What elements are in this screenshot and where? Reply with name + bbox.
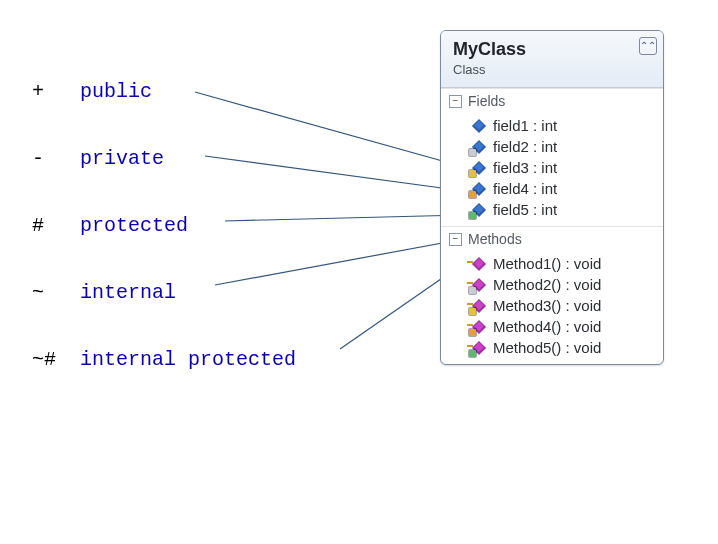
method-icon xyxy=(471,277,487,293)
legend-row-public: + public xyxy=(32,80,296,103)
legend-symbol: # xyxy=(32,214,80,237)
field-icon xyxy=(471,139,487,155)
legend-symbol: ~# xyxy=(32,348,80,371)
legend-label: public xyxy=(80,80,152,103)
legend-symbol: + xyxy=(32,80,80,103)
fields-list: field1 : int field2 : int field3 : int f… xyxy=(441,113,663,226)
method-icon xyxy=(471,319,487,335)
method-name: Method1() : void xyxy=(493,255,601,272)
method-name: Method5() : void xyxy=(493,339,601,356)
method-name: Method3() : void xyxy=(493,297,601,314)
collapse-icon[interactable]: − xyxy=(449,233,462,246)
access-legend: + public - private # protected ~ interna… xyxy=(32,80,296,415)
field-name: field1 : int xyxy=(493,117,557,134)
section-label: Methods xyxy=(468,231,522,247)
legend-row-internal: ~ internal xyxy=(32,281,296,304)
class-header[interactable]: MyClass Class ⌃⌃ xyxy=(441,31,663,88)
method-name: Method2() : void xyxy=(493,276,601,293)
field-row[interactable]: field3 : int xyxy=(441,157,663,178)
field-icon xyxy=(471,118,487,134)
method-icon xyxy=(471,340,487,356)
legend-row-private: - private xyxy=(32,147,296,170)
legend-label: internal protected xyxy=(80,348,296,371)
field-row[interactable]: field1 : int xyxy=(441,115,663,136)
legend-row-protected: # protected xyxy=(32,214,296,237)
section-label: Fields xyxy=(468,93,505,109)
field-icon xyxy=(471,160,487,176)
legend-symbol: ~ xyxy=(32,281,80,304)
legend-label: protected xyxy=(80,214,188,237)
field-icon xyxy=(471,181,487,197)
method-name: Method4() : void xyxy=(493,318,601,335)
legend-row-internal-protected: ~# internal protected xyxy=(32,348,296,371)
legend-label: private xyxy=(80,147,164,170)
method-row[interactable]: Method4() : void xyxy=(441,316,663,337)
method-row[interactable]: Method3() : void xyxy=(441,295,663,316)
class-title: MyClass xyxy=(453,39,653,60)
method-icon xyxy=(471,298,487,314)
field-row[interactable]: field2 : int xyxy=(441,136,663,157)
legend-symbol: - xyxy=(32,147,80,170)
section-methods-header[interactable]: − Methods xyxy=(441,226,663,251)
class-designer-box[interactable]: MyClass Class ⌃⌃ − Fields field1 : int f… xyxy=(440,30,664,365)
method-row[interactable]: Method2() : void xyxy=(441,274,663,295)
legend-label: internal xyxy=(80,281,176,304)
field-row[interactable]: field4 : int xyxy=(441,178,663,199)
field-name: field2 : int xyxy=(493,138,557,155)
collapse-icon[interactable]: − xyxy=(449,95,462,108)
method-icon xyxy=(471,256,487,272)
method-row[interactable]: Method5() : void xyxy=(441,337,663,358)
class-stereotype: Class xyxy=(453,62,653,77)
methods-list: Method1() : void Method2() : void Method… xyxy=(441,251,663,364)
field-icon xyxy=(471,202,487,218)
field-row[interactable]: field5 : int xyxy=(441,199,663,220)
chevron-up-icon[interactable]: ⌃⌃ xyxy=(639,37,657,55)
field-name: field4 : int xyxy=(493,180,557,197)
method-row[interactable]: Method1() : void xyxy=(441,253,663,274)
field-name: field5 : int xyxy=(493,201,557,218)
section-fields-header[interactable]: − Fields xyxy=(441,88,663,113)
field-name: field3 : int xyxy=(493,159,557,176)
